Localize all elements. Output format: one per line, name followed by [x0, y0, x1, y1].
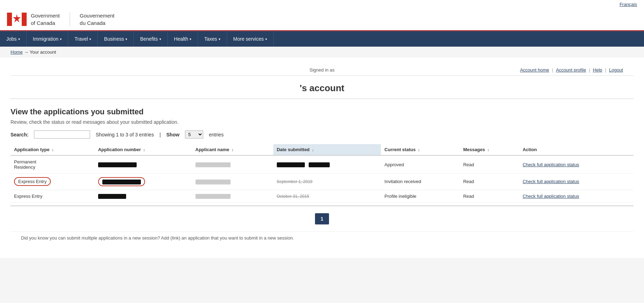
- separator: |: [552, 67, 553, 73]
- logout-link[interactable]: Logout: [609, 67, 623, 73]
- col-date-submitted: Date submitted ↓: [273, 144, 381, 155]
- top-bar: Français: [0, 0, 644, 8]
- col-messages: Messages ↕: [460, 144, 519, 155]
- sort-icon[interactable]: ↕: [143, 148, 145, 152]
- nav-item-jobs[interactable]: Jobs ▾: [0, 31, 27, 47]
- nav-item-benefits[interactable]: Benefits ▾: [134, 31, 168, 47]
- canada-flag-icon: [7, 13, 27, 26]
- status-cell: Invitation received: [381, 174, 460, 190]
- table-controls: Search: Showing 1 to 3 of 3 entries | Sh…: [11, 130, 633, 139]
- nav-item-more-services[interactable]: More services ▾: [227, 31, 274, 47]
- col-app-type: Application type ↕: [11, 144, 95, 155]
- app-name-cell: [192, 190, 273, 203]
- sort-icon[interactable]: ↕: [487, 148, 489, 152]
- breadcrumb-arrow: →: [24, 49, 28, 55]
- account-home-link[interactable]: Account home: [520, 67, 549, 73]
- table-row: Express Entry September 1, 2019 Invitati…: [11, 174, 633, 190]
- gov-name-en: Government of Canada: [31, 12, 60, 27]
- french-link[interactable]: Français: [619, 2, 637, 7]
- breadcrumb-home-link[interactable]: Home: [11, 49, 23, 55]
- nav-item-travel[interactable]: Travel ▾: [68, 31, 98, 47]
- sort-icon[interactable]: ↕: [232, 148, 234, 152]
- page-1-button[interactable]: 1: [315, 213, 329, 224]
- app-number-cell: [95, 190, 192, 203]
- chevron-down-icon: ▾: [159, 37, 161, 41]
- logo: Government of Canada Gouvernement du Can…: [7, 12, 115, 27]
- applications-table: Application type ↕ Application number ↕ …: [11, 144, 633, 203]
- app-number-cell: [95, 174, 192, 190]
- date-cell: [273, 155, 381, 174]
- account-links: Account home | Account profile | Help | …: [520, 67, 623, 73]
- sort-icon[interactable]: ↕: [52, 148, 54, 152]
- chevron-down-icon: ▾: [125, 37, 127, 41]
- check-status-link[interactable]: Check full application status: [523, 194, 579, 199]
- svg-rect-1: [22, 13, 27, 26]
- header-divider: [70, 12, 70, 26]
- search-input[interactable]: [34, 130, 90, 139]
- nav-item-taxes[interactable]: Taxes ▾: [198, 31, 227, 47]
- separator: |: [159, 132, 161, 137]
- account-bar: Signed in as Account home | Account prof…: [11, 65, 633, 76]
- redacted-name: [196, 180, 231, 184]
- messages-cell: Read: [460, 155, 519, 174]
- section-desc: Review, check the status or read message…: [11, 119, 633, 125]
- account-profile-link[interactable]: Account profile: [556, 67, 586, 73]
- header: Government of Canada Gouvernement du Can…: [0, 8, 644, 31]
- status-cell: Profile ineligible: [381, 190, 460, 203]
- col-app-number: Application number ↕: [95, 144, 192, 155]
- table-row: Express Entry October 31, 2015 Profile i…: [11, 190, 633, 203]
- col-app-name: Applicant name ↕: [192, 144, 273, 155]
- separator: |: [589, 67, 590, 73]
- chevron-down-icon: ▾: [89, 37, 91, 41]
- redacted-number: [98, 162, 137, 167]
- action-cell: Check full application status: [519, 174, 633, 190]
- table-row: PermanentResidency Approved Read Check f…: [11, 155, 633, 174]
- section-title: View the applications you submitted: [11, 107, 633, 116]
- chevron-down-icon: ▾: [190, 37, 191, 41]
- redacted-name: [196, 194, 231, 199]
- circled-app-number: [98, 177, 145, 186]
- show-entries-select[interactable]: 5 10 25 50 100: [185, 130, 203, 139]
- showing-text: Showing 1 to 3 of 3 entries: [96, 132, 154, 137]
- sort-icon[interactable]: ↓: [312, 148, 314, 152]
- col-action: Action: [519, 144, 633, 155]
- entries-label: entries: [209, 132, 224, 137]
- messages-cell: Read: [460, 174, 519, 190]
- redacted-date: [277, 162, 305, 167]
- nav-item-health[interactable]: Health ▾: [168, 31, 198, 47]
- sort-icon[interactable]: ↕: [418, 148, 420, 152]
- circled-app-type: Express Entry: [14, 177, 51, 186]
- app-name-cell: [192, 174, 273, 190]
- breadcrumb: Home → Your account: [0, 47, 644, 58]
- check-status-link[interactable]: Check full application status: [523, 162, 579, 167]
- check-status-link[interactable]: Check full application status: [523, 179, 579, 184]
- svg-rect-0: [7, 13, 12, 26]
- show-label: Show: [166, 132, 179, 137]
- redacted-name: [196, 162, 231, 167]
- date-strikethrough: October 31, 2015: [277, 194, 309, 199]
- gov-name-fr: Gouvernement du Canada: [80, 12, 115, 27]
- app-type-cell: Express Entry: [11, 190, 95, 203]
- nav-item-immigration[interactable]: Immigration ▾: [27, 31, 68, 47]
- breadcrumb-current: Your account: [30, 49, 56, 55]
- date-cell: September 1, 2019: [273, 174, 381, 190]
- page-title: 's account: [11, 76, 633, 99]
- help-link[interactable]: Help: [593, 67, 602, 73]
- action-cell: Check full application status: [519, 155, 633, 174]
- col-current-status: Current status ↕: [381, 144, 460, 155]
- redacted-number: [102, 180, 141, 184]
- chevron-down-icon: ▾: [18, 37, 20, 41]
- main-nav: Jobs ▾ Immigration ▾ Travel ▾ Business ▾…: [0, 31, 644, 47]
- status-cell: Approved: [381, 155, 460, 174]
- chevron-down-icon: ▾: [265, 37, 267, 41]
- search-label: Search:: [11, 132, 28, 137]
- signed-in-label: Signed in as: [309, 67, 335, 73]
- separator: |: [605, 67, 606, 73]
- nav-item-business[interactable]: Business ▾: [98, 31, 134, 47]
- date-cell: October 31, 2015: [273, 190, 381, 203]
- redacted-number: [98, 194, 126, 199]
- table-divider: [11, 206, 633, 206]
- app-name-cell: [192, 155, 273, 174]
- messages-cell: Read: [460, 190, 519, 203]
- chevron-down-icon: ▾: [219, 37, 220, 41]
